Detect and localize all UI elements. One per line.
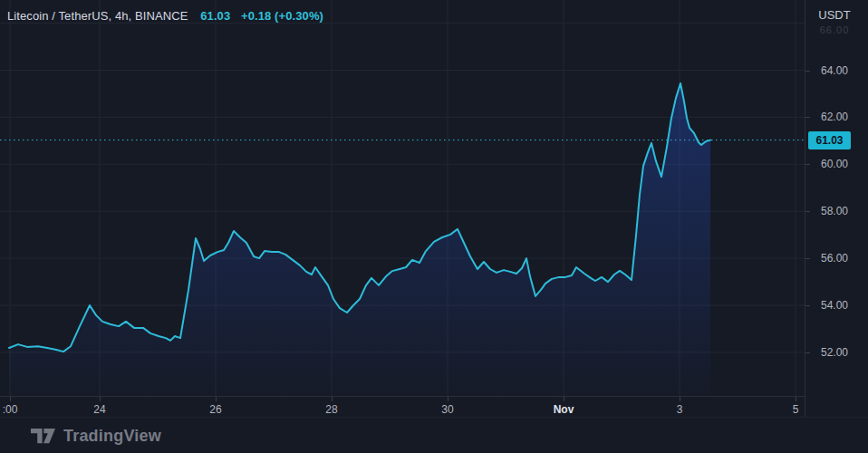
price-axis-tick	[805, 352, 810, 353]
price-axis-label: 54.00	[805, 299, 863, 312]
time-axis-label: 3	[677, 403, 683, 416]
price-axis-tick	[805, 211, 810, 212]
price-axis-tick	[805, 258, 810, 259]
time-axis-tick	[216, 397, 217, 401]
time-axis-label: 28	[325, 403, 337, 416]
quote-currency-label: USDT	[805, 8, 863, 22]
time-axis-label: 26	[209, 403, 221, 416]
time-axis-tick	[10, 397, 11, 401]
symbol-legend[interactable]: Litecoin / TetherUS, 4h, BINANCE 61.03 +…	[7, 9, 323, 23]
time-axis-tick	[332, 397, 333, 401]
price-line-chart[interactable]	[0, 0, 805, 396]
faded-price-label: 66.00	[805, 24, 863, 35]
price-change-value: +0.18 (+0.30%)	[241, 9, 323, 23]
price-axis-label: 60.00	[805, 158, 863, 170]
price-axis-tick	[805, 71, 810, 72]
tradingview-logo-icon	[31, 428, 55, 445]
time-axis-tick	[680, 397, 680, 401]
time-axis-label: :00	[3, 403, 18, 416]
tradingview-logo-link[interactable]: TradingView	[31, 427, 161, 446]
time-axis-tick	[100, 397, 101, 401]
price-axis-label: 58.00	[805, 205, 863, 217]
last-price-value: 61.03	[200, 9, 230, 23]
footer-bar: TradingView	[0, 417, 868, 453]
price-axis-tick	[805, 164, 810, 165]
price-axis-label: 52.00	[805, 346, 863, 359]
tradingview-brand-text: TradingView	[63, 427, 161, 446]
current-price-badge: 61.03	[808, 131, 851, 149]
price-axis-label: 64.00	[805, 64, 863, 77]
price-axis-label: 56.00	[805, 252, 863, 265]
tradingview-chart-window: Litecoin / TetherUS, 4h, BINANCE 61.03 +…	[0, 0, 868, 453]
price-axis-label: 62.00	[805, 111, 863, 123]
price-axis[interactable]: USDT 66.00 64.0062.0060.0058.0056.0054.0…	[805, 0, 868, 417]
time-axis-tick	[448, 397, 448, 401]
time-axis-tick	[564, 397, 564, 401]
chart-pane[interactable]	[0, 0, 805, 396]
price-axis-tick	[805, 305, 810, 306]
price-axis-tick	[805, 117, 810, 118]
time-axis-label: 30	[441, 403, 453, 416]
time-axis-label: Nov	[554, 403, 574, 416]
time-axis-label: 24	[93, 403, 105, 416]
time-axis[interactable]: :0024262830Nov35	[0, 396, 805, 418]
time-axis-tick	[796, 397, 796, 401]
time-axis-label: 5	[793, 403, 799, 416]
symbol-title[interactable]: Litecoin / TetherUS, 4h, BINANCE	[7, 9, 188, 23]
